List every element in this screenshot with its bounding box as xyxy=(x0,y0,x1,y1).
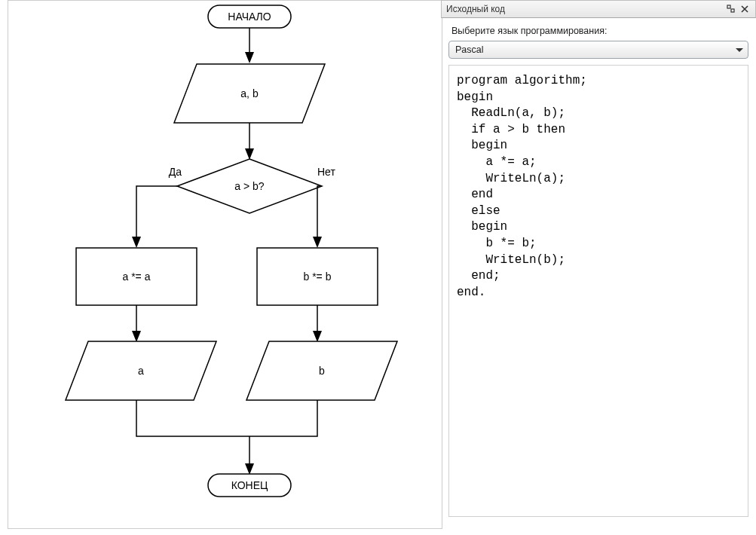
flowchart-svg: НАЧАЛО a, b a > b? Да Нет xyxy=(8,1,442,528)
svg-text:b *= b: b *= b xyxy=(304,271,332,283)
svg-rect-22 xyxy=(731,9,734,12)
language-dropdown[interactable]: Pascal xyxy=(448,41,748,59)
language-dropdown-value: Pascal xyxy=(455,44,736,55)
source-panel: Исходный код Выберите язык программирова… xyxy=(441,0,756,535)
language-label: Выберите язык программирования: xyxy=(441,18,756,41)
code-editor[interactable]: program algorithm; begin ReadLn(a, b); i… xyxy=(448,65,748,517)
flow-proc-left: a *= a xyxy=(76,248,197,305)
flow-output-right: b xyxy=(246,341,397,400)
svg-text:b: b xyxy=(319,365,325,377)
code-text: program algorithm; begin ReadLn(a, b); i… xyxy=(457,73,740,301)
close-icon[interactable] xyxy=(739,3,751,15)
panel-title: Исходный код xyxy=(446,4,724,14)
svg-text:a: a xyxy=(138,365,144,377)
flow-output-left: a xyxy=(66,341,216,400)
svg-rect-21 xyxy=(727,5,730,8)
flow-proc-right: b *= b xyxy=(257,248,378,305)
flow-end: КОНЕЦ xyxy=(208,474,291,497)
flowchart-canvas: НАЧАЛО a, b a > b? Да Нет xyxy=(8,0,442,529)
chevron-down-icon xyxy=(736,48,743,52)
svg-text:КОНЕЦ: КОНЕЦ xyxy=(231,479,268,491)
svg-text:a, b: a, b xyxy=(240,87,259,99)
decision-yes-label: Да xyxy=(169,166,182,178)
svg-text:НАЧАЛО: НАЧАЛО xyxy=(228,11,271,23)
svg-text:a > b?: a > b? xyxy=(234,180,265,192)
svg-text:a *= a: a *= a xyxy=(123,271,151,283)
decision-no-label: Нет xyxy=(317,166,335,178)
detach-icon[interactable] xyxy=(725,3,737,15)
panel-header: Исходный код xyxy=(441,0,756,18)
flow-decision: a > b? xyxy=(177,159,322,213)
flow-input: a, b xyxy=(174,64,325,123)
flow-start: НАЧАЛО xyxy=(208,5,291,28)
